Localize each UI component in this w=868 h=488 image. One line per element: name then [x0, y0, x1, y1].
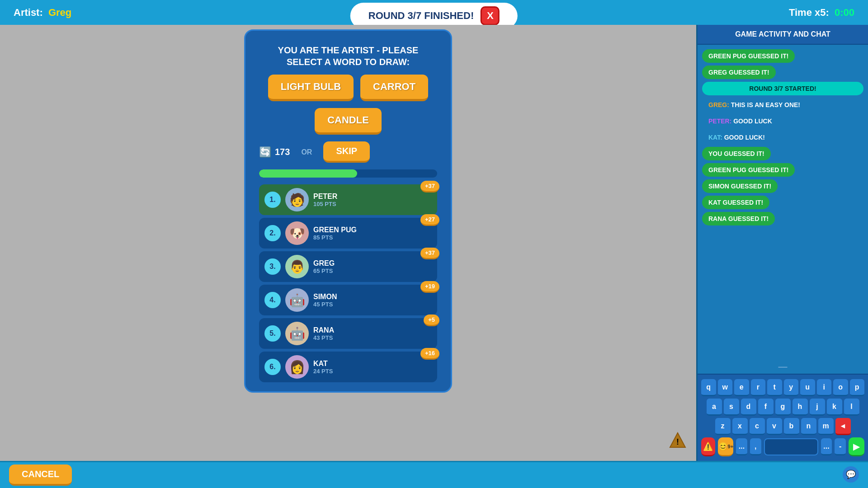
round-text: ROUND 3/7 FINISHED! — [368, 10, 474, 22]
cancel-button[interactable]: CANCEL — [9, 465, 72, 486]
artist-name: Greg — [48, 7, 71, 18]
coins-icon: 🔄 — [259, 146, 271, 158]
leaderboard-row: 4. 🤖 SIMON 45 PTS +19 — [259, 285, 437, 315]
lb-info: SIMON 45 PTS — [313, 293, 432, 308]
progress-bar — [259, 169, 437, 178]
lb-badge: +37 — [420, 248, 439, 259]
lb-rank: 4. — [264, 292, 281, 308]
modal-overlay: YOU ARE THE ARTIST - PLEASE SELECT A WOR… — [0, 25, 696, 461]
lb-rank: 1. — [264, 192, 281, 208]
chat-message: GREG GUESSED IT! — [702, 66, 776, 79]
lb-avatar: 👨 — [285, 255, 309, 278]
lb-pts: 45 PTS — [313, 301, 432, 308]
key-y[interactable]: y — [784, 379, 799, 396]
key-v[interactable]: v — [767, 418, 782, 435]
lb-rank: 2. — [264, 225, 281, 241]
lb-avatar: 🐶 — [285, 221, 309, 245]
emoji-badge: 9+ — [728, 444, 734, 449]
key-t[interactable]: t — [767, 379, 782, 396]
key-g[interactable]: g — [775, 399, 791, 416]
chat-message: ROUND 3/7 STARTED! — [702, 82, 863, 95]
lb-name: SIMON — [313, 293, 432, 301]
key-p[interactable]: p — [850, 379, 865, 396]
chat-bubble-icon: 💬 — [846, 469, 856, 479]
word-button-candle[interactable]: CANDLE — [315, 108, 382, 135]
key-n[interactable]: n — [801, 418, 816, 435]
key-f[interactable]: f — [758, 399, 774, 416]
lb-pts: 24 PTS — [313, 368, 432, 375]
word-button-lightbulb[interactable]: LIGHT BULB — [268, 75, 354, 101]
minus-key[interactable]: - — [835, 438, 846, 455]
word-buttons-row2: CANDLE — [315, 108, 382, 135]
key-w[interactable]: w — [718, 379, 733, 396]
lb-info: GREEN PUG 85 PTS — [313, 226, 432, 241]
keyboard-area: qwertyuiopasdfghjklzxcvbnm◄ ⚠️ 😊 9+ ... … — [698, 374, 868, 461]
key-z[interactable]: z — [715, 418, 731, 435]
canvas-area: YOU ARE THE ARTIST - PLEASE SELECT A WOR… — [0, 25, 696, 461]
leaderboard-row: 2. 🐶 GREEN PUG 85 PTS +27 — [259, 218, 437, 249]
key-i[interactable]: i — [817, 379, 832, 396]
comma-key[interactable]: , — [750, 438, 761, 455]
key-s[interactable]: s — [724, 399, 739, 416]
leaderboard-row: 6. 👩 KAT 24 PTS +16 — [259, 352, 437, 382]
coins-value: 173 — [275, 147, 290, 157]
key-h[interactable]: h — [793, 399, 808, 416]
dash-key[interactable]: ... — [821, 438, 832, 455]
send-button[interactable]: ▶ — [849, 437, 864, 456]
chat-bubble-button[interactable]: 💬 — [843, 466, 859, 483]
lb-badge: +37 — [420, 181, 439, 192]
artist-label: Artist: Greg — [14, 7, 71, 19]
report-icon: ⚠️ — [703, 441, 713, 451]
key-m[interactable]: m — [818, 418, 834, 435]
key-x[interactable]: x — [732, 418, 748, 435]
keyboard-row: asdfghjkl — [701, 399, 864, 416]
lb-rank: 5. — [264, 325, 281, 342]
chat-message: GREEN PUG GUESSED IT! — [702, 49, 795, 63]
close-button[interactable]: X — [481, 6, 500, 25]
key-d[interactable]: d — [741, 399, 756, 416]
progress-bar-fill — [259, 169, 357, 178]
chat-message: GREG: THIS IS AN EASY ONE! — [702, 98, 807, 112]
word-button-carrot[interactable]: CARROT — [360, 75, 428, 101]
word-buttons-row1: LIGHT BULB CARROT — [268, 75, 428, 101]
right-panel: GAME ACTIVITY AND CHAT GREEN PUG GUESSED… — [696, 25, 868, 461]
skip-row: 🔄 173 OR SKIP — [259, 141, 437, 163]
or-label: OR — [301, 148, 312, 156]
key-q[interactable]: q — [701, 379, 716, 396]
key-b[interactable]: b — [784, 418, 799, 435]
report-button[interactable]: ⚠️ — [701, 437, 715, 456]
skip-button[interactable]: SKIP — [323, 141, 370, 163]
key-e[interactable]: e — [734, 379, 749, 396]
key-o[interactable]: o — [833, 379, 848, 396]
chat-message: RANA GUESSED IT! — [702, 212, 775, 225]
chat-message: KAT GUESSED IT! — [702, 196, 769, 209]
key-k[interactable]: k — [827, 399, 842, 416]
modal-title: YOU ARE THE ARTIST - PLEASE SELECT A WOR… — [259, 44, 437, 68]
key-a[interactable]: a — [707, 399, 722, 416]
lb-rank: 3. — [264, 258, 281, 275]
chat-message: YOU GUESSED IT! — [702, 147, 771, 160]
lb-avatar: 🧑 — [285, 188, 309, 211]
time-display: Time x5: 0:00 — [789, 7, 854, 19]
keyboard-row: zxcvbnm◄ — [701, 418, 864, 435]
artist-label-text: Artist: — [14, 7, 43, 18]
chat-input[interactable] — [764, 438, 818, 455]
close-icon: X — [487, 10, 494, 22]
emoji-button[interactable]: 😊 9+ — [718, 437, 734, 456]
chat-header: GAME ACTIVITY AND CHAT — [698, 25, 868, 45]
lb-avatar: 👩 — [285, 355, 309, 379]
lb-name: GREEN PUG — [313, 226, 432, 234]
key-j[interactable]: j — [810, 399, 825, 416]
chat-messages: GREEN PUG GUESSED IT!GREG GUESSED IT!ROU… — [698, 45, 868, 360]
key-l[interactable]: l — [844, 399, 859, 416]
key-u[interactable]: u — [800, 379, 815, 396]
lb-badge: +16 — [420, 348, 439, 360]
key-c[interactable]: c — [750, 418, 765, 435]
lb-badge: +19 — [420, 281, 439, 293]
key-r[interactable]: r — [751, 379, 766, 396]
leaderboard-row: 3. 👨 GREG 65 PTS +37 — [259, 251, 437, 282]
backspace-key[interactable]: ◄ — [835, 418, 851, 435]
lb-name: GREG — [313, 259, 432, 267]
word-selection-modal: YOU ARE THE ARTIST - PLEASE SELECT A WOR… — [244, 29, 452, 393]
ellipsis-key[interactable]: ... — [736, 438, 747, 455]
